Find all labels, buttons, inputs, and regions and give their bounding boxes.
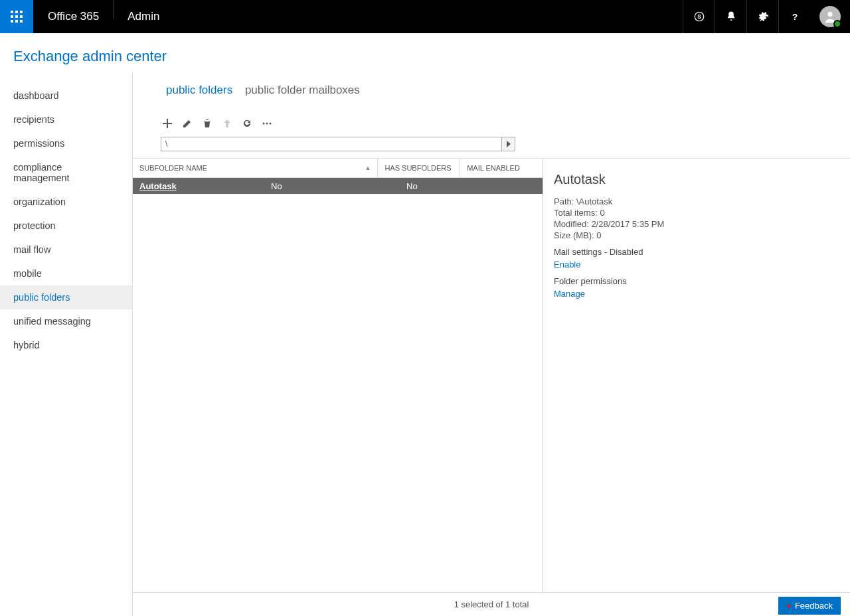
sidebar-item-permissions[interactable]: permissions <box>0 131 132 155</box>
tab-public-folder-mailboxes[interactable]: public folder mailboxes <box>245 84 360 96</box>
enable-link[interactable]: Enable <box>554 260 580 270</box>
svg-rect-7 <box>15 20 18 23</box>
plus-icon <box>163 119 172 128</box>
svg-rect-3 <box>11 15 13 18</box>
manage-link[interactable]: Manage <box>554 289 585 299</box>
svg-rect-8 <box>20 20 23 23</box>
help-button[interactable]: ? <box>778 0 810 33</box>
up-button[interactable] <box>220 117 234 130</box>
trash-icon <box>203 119 212 128</box>
triangle-right-icon <box>505 141 512 147</box>
more-button[interactable] <box>260 117 274 130</box>
refresh-icon <box>242 119 252 128</box>
svg-text:S: S <box>697 14 701 20</box>
details-pane: Autotask Path: \Autotask Total items: 0 … <box>543 159 850 592</box>
details-permissions: Folder permissions <box>554 276 850 286</box>
notifications-button[interactable] <box>715 0 746 33</box>
sidebar-item-protection[interactable]: protection <box>0 214 132 238</box>
column-mail-enabled[interactable]: MAIL ENABLED <box>460 159 543 177</box>
sidebar-item-recipients[interactable]: recipients <box>0 108 132 131</box>
column-label: SUBFOLDER NAME <box>139 164 207 172</box>
skype-icon: S <box>693 11 705 23</box>
svg-rect-2 <box>20 11 23 13</box>
pencil-icon <box>183 119 192 128</box>
sidebar-item-publicfolders[interactable]: public folders <box>0 285 132 309</box>
selection-status: 1 selected of 1 total <box>454 599 529 609</box>
gear-icon <box>757 11 769 23</box>
sidebar-item-mobile[interactable]: mobile <box>0 262 132 285</box>
details-modified: Modified: 2/28/2017 5:35 PM <box>554 219 850 229</box>
bell-icon <box>725 11 737 23</box>
table-row[interactable]: Autotask No No <box>133 178 543 194</box>
help-icon: ? <box>789 11 801 23</box>
feedback-label: Feedback <box>795 601 833 611</box>
avatar <box>819 6 841 27</box>
cell-mail-enabled: No <box>406 181 489 191</box>
details-path: Path: \Autotask <box>554 196 850 206</box>
folder-grid: SUBFOLDER NAME ▲ HAS SUBFOLDERS MAIL ENA… <box>133 159 543 592</box>
main-content: public folders public folder mailboxes <box>133 72 850 616</box>
path-go-button[interactable] <box>501 137 515 151</box>
feedback-button[interactable]: ♥ Feedback <box>778 597 841 615</box>
toolbar <box>133 110 850 137</box>
svg-rect-6 <box>11 20 13 23</box>
cell-has-subfolders: No <box>271 181 406 191</box>
cell-name: Autotask <box>133 181 271 191</box>
brand-label: Office 365 <box>33 0 114 33</box>
sidebar-item-compliance[interactable]: compliance management <box>0 155 132 190</box>
column-has-subfolders[interactable]: HAS SUBFOLDERS <box>378 159 460 177</box>
footer: 1 selected of 1 total ♥ Feedback <box>133 592 850 616</box>
more-icon <box>262 119 272 128</box>
skype-button[interactable]: S <box>683 0 715 33</box>
account-button[interactable] <box>810 0 850 33</box>
svg-rect-4 <box>15 15 18 18</box>
details-title: Autotask <box>554 172 850 187</box>
column-label: HAS SUBFOLDERS <box>384 164 451 172</box>
sidebar-item-dashboard[interactable]: dashboard <box>0 84 132 108</box>
svg-point-14 <box>266 123 268 125</box>
sidebar-item-unifiedmessaging[interactable]: unified messaging <box>0 309 132 333</box>
grid-header: SUBFOLDER NAME ▲ HAS SUBFOLDERS MAIL ENA… <box>133 159 543 178</box>
svg-rect-5 <box>20 15 23 18</box>
details-total-items: Total items: 0 <box>554 208 850 218</box>
sort-asc-icon: ▲ <box>365 165 371 171</box>
details-mail-settings: Mail settings - Disabled <box>554 247 850 257</box>
tabs: public folders public folder mailboxes <box>133 72 850 110</box>
svg-text:?: ? <box>792 12 797 22</box>
new-button[interactable] <box>161 117 174 130</box>
path-input[interactable]: \ <box>161 139 501 149</box>
delete-button[interactable] <box>201 117 214 130</box>
svg-point-13 <box>263 123 265 125</box>
arrow-up-icon <box>222 119 232 128</box>
module-label[interactable]: Admin <box>114 0 173 33</box>
presence-indicator <box>833 20 841 28</box>
edit-button[interactable] <box>181 117 194 130</box>
waffle-icon <box>11 11 23 23</box>
refresh-button[interactable] <box>240 117 254 130</box>
svg-rect-0 <box>11 11 13 13</box>
svg-point-15 <box>270 123 272 125</box>
settings-button[interactable] <box>746 0 778 33</box>
details-size: Size (MB): 0 <box>554 230 850 240</box>
tab-public-folders[interactable]: public folders <box>166 84 232 96</box>
sidebar-item-mailflow[interactable]: mail flow <box>0 238 132 262</box>
svg-point-12 <box>827 12 832 17</box>
column-label: MAIL ENABLED <box>467 164 520 172</box>
sidebar-item-hybrid[interactable]: hybrid <box>0 333 132 357</box>
page-title: Exchange admin center <box>0 33 850 72</box>
svg-rect-1 <box>15 11 18 13</box>
column-subfolder-name[interactable]: SUBFOLDER NAME ▲ <box>133 159 378 177</box>
sidebar-item-organization[interactable]: organization <box>0 190 132 214</box>
sidebar: dashboard recipients permissions complia… <box>0 72 133 616</box>
top-header: Office 365 Admin S ? <box>0 0 850 33</box>
heart-icon: ♥ <box>786 602 791 610</box>
path-input-wrap: \ <box>161 137 515 151</box>
app-launcher-button[interactable] <box>0 0 33 33</box>
